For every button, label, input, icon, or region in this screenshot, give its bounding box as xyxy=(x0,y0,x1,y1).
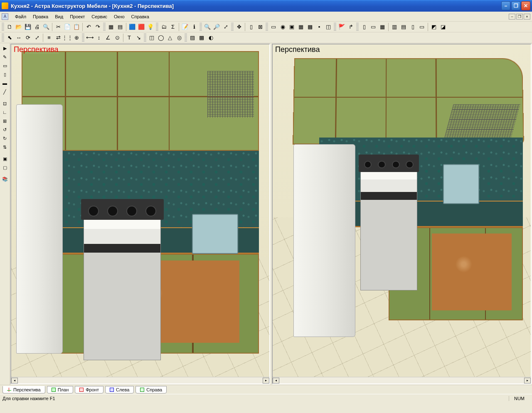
dim-h-icon[interactable]: ⟷ xyxy=(85,33,94,42)
toolbar-grip[interactable] xyxy=(334,23,336,31)
toolbar-grip[interactable] xyxy=(185,34,187,42)
color1-icon[interactable]: 🟦 xyxy=(128,22,137,32)
tool-scale-icon[interactable]: ⤢ xyxy=(32,33,42,42)
tab-plan[interactable]: План xyxy=(47,386,74,393)
door-icon[interactable]: ▯ xyxy=(1,70,9,79)
iso-icon[interactable]: ◩ xyxy=(429,22,438,32)
sum-icon[interactable]: Σ xyxy=(168,22,177,32)
toolbar-grip[interactable] xyxy=(200,23,202,31)
menu-service[interactable]: Сервис xyxy=(88,13,111,20)
tool-move-icon[interactable]: ↔ xyxy=(14,33,23,42)
layer-icon[interactable]: ▤ xyxy=(116,22,125,32)
view2-icon[interactable]: ▦ xyxy=(296,22,305,32)
tool-mirror-icon[interactable]: ⇄ xyxy=(54,33,63,42)
save-icon[interactable]: 💾 xyxy=(23,22,32,32)
redo-icon[interactable]: ↷ xyxy=(93,22,102,32)
hierarchy-icon[interactable]: 🗂 xyxy=(159,22,168,32)
lib-icon[interactable]: 📚 xyxy=(1,175,9,183)
tex-icon[interactable]: ▩ xyxy=(197,33,206,42)
mat-icon[interactable]: ▨ xyxy=(188,33,197,42)
cursor-icon[interactable]: ▶ xyxy=(1,44,9,52)
view3-icon[interactable]: ▩ xyxy=(305,22,315,32)
tool-align-icon[interactable]: ≡ xyxy=(44,33,54,42)
toolbar-grip[interactable] xyxy=(156,23,158,31)
selx-icon[interactable]: ⊠ xyxy=(256,22,265,32)
dim-r-icon[interactable]: ⊙ xyxy=(113,33,122,42)
pan-icon[interactable]: ✥ xyxy=(234,22,244,32)
cone-icon[interactable]: △ xyxy=(165,33,175,42)
text-icon[interactable]: T xyxy=(125,33,134,42)
zoom-out-icon[interactable]: 🔎 xyxy=(212,22,221,32)
tab-right[interactable]: Справа xyxy=(135,386,167,393)
tab-perspective[interactable]: Перспектива xyxy=(2,386,45,393)
tab-front[interactable]: Фронт xyxy=(75,386,103,393)
tool-rot-icon[interactable]: ⟳ xyxy=(23,33,32,42)
maximize-button[interactable]: ❐ xyxy=(511,1,520,10)
split1-icon[interactable]: ▯ xyxy=(360,22,369,32)
menu-edit[interactable]: Правка xyxy=(30,13,52,20)
mdi-restore[interactable]: ❐ xyxy=(516,14,523,20)
shelf-icon[interactable]: ▬ xyxy=(1,79,9,87)
scroll-right-icon[interactable]: ▸ xyxy=(263,378,269,384)
tool-join-icon[interactable]: ⊕ xyxy=(72,33,81,42)
close-button[interactable]: ✕ xyxy=(521,1,530,10)
viewport-3d-right[interactable] xyxy=(273,44,531,377)
zoom-in-icon[interactable]: 🔍 xyxy=(203,22,212,32)
obj-icon[interactable]: ◫ xyxy=(324,22,333,32)
tool-array-icon[interactable]: ⋮⋮ xyxy=(63,33,72,42)
dim-a-icon[interactable]: ∠ xyxy=(103,33,113,42)
toolbar-grip[interactable] xyxy=(2,34,4,42)
mdi-minimize[interactable]: – xyxy=(509,14,515,20)
scroll-right-icon[interactable]: ▸ xyxy=(524,378,531,384)
toolbar-grip[interactable] xyxy=(103,23,106,31)
cyl-icon[interactable]: ◉ xyxy=(278,22,287,32)
splitr-icon[interactable]: ▤ xyxy=(399,22,408,32)
render-icon[interactable]: ◐ xyxy=(206,33,215,42)
sel-icon[interactable]: ▯ xyxy=(246,22,256,32)
toolbar-grip[interactable] xyxy=(266,23,268,31)
box-icon[interactable]: ▭ xyxy=(269,22,278,32)
info-icon[interactable]: ℹ xyxy=(190,22,199,32)
pencil-icon[interactable]: ✎ xyxy=(1,53,9,61)
persp-icon[interactable]: ◪ xyxy=(438,22,448,32)
arr-icon[interactable]: ↱ xyxy=(346,22,355,32)
menu-window[interactable]: Окно xyxy=(111,13,128,20)
menu-project[interactable]: Проект xyxy=(66,13,88,20)
undo-icon[interactable]: ↶ xyxy=(84,22,93,32)
splitv-icon[interactable]: ▯ xyxy=(408,22,417,32)
panel-icon[interactable]: ▭ xyxy=(1,61,9,70)
cut-icon[interactable]: ✂ xyxy=(54,22,63,32)
viewport-3d-left[interactable] xyxy=(11,44,269,377)
scroll-left-icon[interactable]: ◂ xyxy=(273,378,279,384)
snap1-icon[interactable]: ⊡ xyxy=(1,99,9,108)
toolbar-grip[interactable] xyxy=(144,34,146,42)
preview-icon[interactable]: 🔍 xyxy=(42,22,51,32)
torus-icon[interactable]: ◎ xyxy=(175,33,184,42)
splitl-icon[interactable]: ▥ xyxy=(390,22,399,32)
color2-icon[interactable]: 🟥 xyxy=(137,22,146,32)
flip-icon[interactable]: ⇅ xyxy=(1,143,9,151)
snap2-icon[interactable]: ∟ xyxy=(1,108,9,116)
mdi-close[interactable]: × xyxy=(524,14,530,20)
splith-icon[interactable]: ▭ xyxy=(417,22,426,32)
split2-icon[interactable]: ▭ xyxy=(369,22,378,32)
hscroll-left[interactable]: ◂ ▸ xyxy=(11,377,269,384)
zoom-fit-icon[interactable]: ⤢ xyxy=(221,22,230,32)
minimize-button[interactable]: – xyxy=(501,1,510,10)
tab-left[interactable]: Слева xyxy=(105,386,134,393)
menu-view[interactable]: Вид xyxy=(52,13,66,20)
view4-icon[interactable]: ▪ xyxy=(315,22,324,32)
dim-v-icon[interactable]: ↕ xyxy=(94,33,103,42)
copy-icon[interactable]: 📄 xyxy=(63,22,72,32)
grid-icon[interactable]: ▦ xyxy=(106,22,116,32)
toolbar-grip[interactable] xyxy=(231,23,234,31)
open-icon[interactable]: 📂 xyxy=(14,22,23,32)
tool-pick-icon[interactable]: ⬉ xyxy=(5,33,14,42)
ungroup-icon[interactable]: ▢ xyxy=(1,163,9,172)
rotr-icon[interactable]: ↻ xyxy=(1,134,9,143)
menu-help[interactable]: Справка xyxy=(128,13,153,20)
snap3-icon[interactable]: ⊞ xyxy=(1,117,9,125)
flag-icon[interactable]: 🚩 xyxy=(337,22,346,32)
hscroll-right[interactable]: ◂ ▸ xyxy=(273,377,531,384)
cube-icon[interactable]: ◫ xyxy=(147,33,156,42)
